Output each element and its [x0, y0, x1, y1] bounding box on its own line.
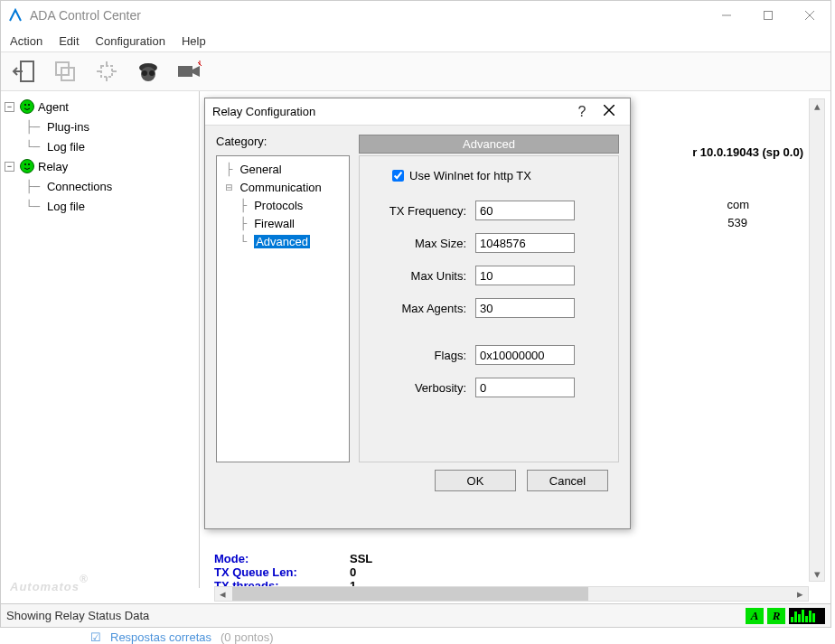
verbosity-label: Verbosity:: [367, 381, 466, 395]
titlebar: ADA Control Center: [1, 1, 830, 30]
tree-plugins[interactable]: ├─ Plug-ins: [5, 117, 195, 136]
category-tree: ├ General ⊟ Communication ├ Protocols ├ …: [216, 155, 350, 462]
spy-icon[interactable]: [131, 54, 165, 89]
cancel-button[interactable]: Cancel: [527, 470, 608, 491]
info-line-2: 539: [727, 216, 747, 229]
horizontal-scrollbar[interactable]: ◂▸: [214, 586, 809, 602]
svg-point-23: [28, 163, 30, 165]
info-line-1: com: [727, 198, 749, 211]
maximize-button[interactable]: [747, 2, 789, 29]
tree-relay-log[interactable]: └─ Log file: [5, 196, 195, 216]
use-wininet-label: Use WinInet for http TX: [409, 169, 531, 182]
window-controls: [706, 2, 830, 29]
camera-icon[interactable]: [173, 54, 207, 89]
svg-marker-17: [192, 66, 200, 77]
window-title: ADA Control Center: [30, 8, 706, 23]
svg-rect-4: [21, 61, 33, 81]
cat-communication[interactable]: ⊟ Communication: [219, 178, 347, 196]
category-header: Advanced: [359, 135, 619, 154]
svg-rect-16: [178, 66, 192, 77]
dialog-body: Category: Advanced ├ General ⊟ Communica…: [205, 126, 630, 500]
svg-rect-1: [765, 12, 773, 20]
category-label: Category:: [216, 135, 359, 154]
relay-config-dialog: Relay Configuration ? Category: Advanced…: [204, 98, 631, 529]
status-indicators: A R: [746, 608, 825, 624]
cat-advanced[interactable]: └ Advanced: [219, 232, 347, 250]
help-button[interactable]: ?: [568, 104, 596, 120]
flags-input[interactable]: [475, 345, 575, 365]
tree-agent-log[interactable]: └─ Log file: [5, 136, 195, 156]
verbosity-input[interactable]: [475, 378, 575, 397]
dialog-titlebar: Relay Configuration ?: [205, 98, 630, 126]
cat-firewall[interactable]: ├ Firewall: [219, 214, 347, 232]
flags-label: Flags:: [367, 349, 466, 362]
max-agents-input[interactable]: [475, 298, 575, 318]
svg-point-15: [149, 70, 155, 76]
menu-action[interactable]: Action: [10, 34, 42, 48]
status-ok-icon: [20, 159, 34, 173]
svg-point-14: [142, 70, 147, 76]
app-icon: [8, 8, 23, 23]
exit-icon[interactable]: [6, 54, 41, 89]
indicator-r: R: [767, 608, 785, 624]
max-size-label: Max Size:: [367, 237, 466, 250]
use-wininet-checkbox[interactable]: [392, 170, 404, 182]
menu-help[interactable]: Help: [182, 34, 206, 48]
statusbar: Showing Relay Status Data A R: [1, 603, 830, 627]
copy-icon[interactable]: [48, 54, 82, 89]
footer-points: (0 pontos): [220, 630, 274, 644]
status-text: Showing Relay Status Data: [6, 609, 746, 622]
brand-watermark: Automatos®: [10, 571, 89, 596]
os-version: r 10.0.19043 (sp 0.0): [692, 145, 803, 159]
max-agents-label: Max Agents:: [367, 302, 466, 315]
collapse-icon[interactable]: −: [5, 102, 14, 112]
svg-point-21: [28, 104, 30, 106]
footer-strip: ☑ Respostas corretas (0 pontos): [90, 630, 274, 644]
cat-protocols[interactable]: ├ Protocols: [219, 196, 347, 214]
tree-relay[interactable]: − Relay: [5, 156, 195, 176]
menu-edit[interactable]: Edit: [59, 34, 79, 48]
tx-freq-input[interactable]: [475, 201, 575, 220]
dialog-close-button[interactable]: [596, 105, 623, 118]
target-icon[interactable]: [89, 54, 124, 89]
svg-rect-7: [101, 66, 112, 77]
form-panel: Use WinInet for http TX TX Frequency: Ma…: [359, 155, 619, 462]
menubar: Action Edit Configuration Help: [1, 30, 830, 51]
max-units-label: Max Units:: [367, 269, 466, 283]
close-button[interactable]: [789, 2, 830, 29]
footer-text: Respostas corretas: [110, 630, 211, 644]
max-units-input[interactable]: [475, 266, 575, 285]
vertical-scrollbar[interactable]: ▴ ▾: [809, 98, 825, 582]
txq-label: TX Queue Len:: [214, 565, 350, 579]
tx-freq-label: TX Frequency:: [367, 204, 466, 218]
mode-label: Mode:: [214, 552, 350, 565]
indicator-a: A: [746, 608, 764, 624]
check-icon: ☑: [90, 630, 101, 644]
mode-value: SSL: [350, 552, 372, 565]
minimize-button[interactable]: [706, 2, 747, 29]
menu-configuration[interactable]: Configuration: [96, 34, 165, 48]
svg-point-22: [24, 163, 26, 165]
collapse-icon[interactable]: −: [5, 162, 14, 172]
tree-agent[interactable]: − Agent: [5, 97, 195, 117]
max-size-input[interactable]: [475, 233, 575, 253]
cat-general[interactable]: ├ General: [219, 160, 347, 178]
toolbar: [1, 51, 830, 91]
dialog-title: Relay Configuration: [212, 105, 568, 118]
ok-button[interactable]: OK: [435, 470, 516, 491]
indicator-bars: [789, 608, 825, 624]
sidebar-tree: − Agent ├─ Plug-ins └─ Log file − Relay …: [1, 91, 200, 588]
svg-point-20: [24, 104, 26, 106]
status-ok-icon: [20, 99, 34, 114]
tree-connections[interactable]: ├─ Connections: [5, 176, 195, 196]
txq-value: 0: [350, 565, 356, 579]
